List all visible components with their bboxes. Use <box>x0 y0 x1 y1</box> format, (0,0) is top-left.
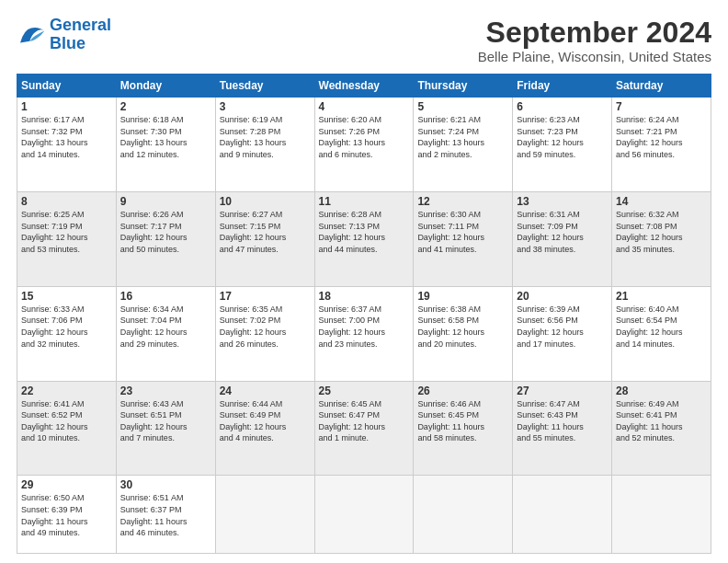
logo-text: General Blue <box>50 17 111 53</box>
table-row: 24Sunrise: 6:44 AM Sunset: 6:49 PM Dayli… <box>215 381 314 476</box>
table-row: 27Sunrise: 6:47 AM Sunset: 6:43 PM Dayli… <box>513 381 612 476</box>
day-info: Sunrise: 6:51 AM Sunset: 6:37 PM Dayligh… <box>120 492 211 538</box>
day-number: 6 <box>517 100 608 113</box>
day-info: Sunrise: 6:27 AM Sunset: 7:15 PM Dayligh… <box>220 209 311 255</box>
day-number: 12 <box>417 195 508 208</box>
table-row: 21Sunrise: 6:40 AM Sunset: 6:54 PM Dayli… <box>612 286 711 381</box>
calendar-week-row: 15Sunrise: 6:33 AM Sunset: 7:06 PM Dayli… <box>17 286 711 381</box>
table-row: 16Sunrise: 6:34 AM Sunset: 7:04 PM Dayli… <box>116 286 215 381</box>
table-row: 17Sunrise: 6:35 AM Sunset: 7:02 PM Dayli… <box>215 286 314 381</box>
day-number: 3 <box>220 100 311 113</box>
table-row: 8Sunrise: 6:25 AM Sunset: 7:19 PM Daylig… <box>17 192 117 287</box>
table-row <box>612 476 711 554</box>
day-info: Sunrise: 6:41 AM Sunset: 6:52 PM Dayligh… <box>21 398 112 444</box>
day-info: Sunrise: 6:35 AM Sunset: 7:02 PM Dayligh… <box>220 304 311 350</box>
day-number: 15 <box>21 290 112 303</box>
table-row: 3Sunrise: 6:19 AM Sunset: 7:28 PM Daylig… <box>215 98 314 192</box>
day-info: Sunrise: 6:23 AM Sunset: 7:23 PM Dayligh… <box>517 114 608 160</box>
col-sunday: Sunday <box>17 75 117 98</box>
col-monday: Monday <box>116 75 215 98</box>
day-number: 4 <box>319 100 410 113</box>
table-row: 22Sunrise: 6:41 AM Sunset: 6:52 PM Dayli… <box>17 381 117 476</box>
table-row: 6Sunrise: 6:23 AM Sunset: 7:23 PM Daylig… <box>513 98 612 192</box>
table-row: 12Sunrise: 6:30 AM Sunset: 7:11 PM Dayli… <box>414 192 513 287</box>
day-number: 28 <box>616 385 707 397</box>
day-info: Sunrise: 6:26 AM Sunset: 7:17 PM Dayligh… <box>120 209 211 255</box>
day-number: 13 <box>517 195 608 208</box>
table-row: 28Sunrise: 6:49 AM Sunset: 6:41 PM Dayli… <box>612 381 711 476</box>
table-row: 20Sunrise: 6:39 AM Sunset: 6:56 PM Dayli… <box>513 286 612 381</box>
day-info: Sunrise: 6:43 AM Sunset: 6:51 PM Dayligh… <box>120 398 211 444</box>
table-row: 2Sunrise: 6:18 AM Sunset: 7:30 PM Daylig… <box>116 98 215 192</box>
day-info: Sunrise: 6:25 AM Sunset: 7:19 PM Dayligh… <box>21 209 112 255</box>
logo-line2: Blue <box>50 34 85 52</box>
table-row: 25Sunrise: 6:45 AM Sunset: 6:47 PM Dayli… <box>314 381 414 476</box>
table-row: 11Sunrise: 6:28 AM Sunset: 7:13 PM Dayli… <box>314 192 414 287</box>
day-number: 10 <box>220 195 311 208</box>
day-number: 2 <box>120 100 211 113</box>
header: General Blue September 2024 Belle Plaine… <box>17 17 711 64</box>
table-row: 14Sunrise: 6:32 AM Sunset: 7:08 PM Dayli… <box>612 192 711 287</box>
day-info: Sunrise: 6:46 AM Sunset: 6:45 PM Dayligh… <box>417 398 508 444</box>
table-row: 1Sunrise: 6:17 AM Sunset: 7:32 PM Daylig… <box>17 98 117 192</box>
day-number: 22 <box>21 385 112 397</box>
table-row: 13Sunrise: 6:31 AM Sunset: 7:09 PM Dayli… <box>513 192 612 287</box>
day-info: Sunrise: 6:47 AM Sunset: 6:43 PM Dayligh… <box>517 398 608 444</box>
calendar-week-row: 1Sunrise: 6:17 AM Sunset: 7:32 PM Daylig… <box>17 98 711 192</box>
logo: General Blue <box>17 17 111 53</box>
day-number: 1 <box>21 100 112 113</box>
day-number: 11 <box>319 195 410 208</box>
day-info: Sunrise: 6:40 AM Sunset: 6:54 PM Dayligh… <box>616 304 707 350</box>
day-number: 21 <box>616 290 707 303</box>
day-info: Sunrise: 6:49 AM Sunset: 6:41 PM Dayligh… <box>616 398 707 444</box>
table-row: 10Sunrise: 6:27 AM Sunset: 7:15 PM Dayli… <box>215 192 314 287</box>
day-number: 5 <box>417 100 508 113</box>
day-number: 9 <box>120 195 211 208</box>
calendar-subtitle: Belle Plaine, Wisconsin, United States <box>478 49 711 64</box>
day-info: Sunrise: 6:17 AM Sunset: 7:32 PM Dayligh… <box>21 114 112 160</box>
table-row <box>414 476 513 554</box>
table-row <box>215 476 314 554</box>
table-row: 29Sunrise: 6:50 AM Sunset: 6:39 PM Dayli… <box>17 476 117 554</box>
day-number: 29 <box>21 478 112 491</box>
day-info: Sunrise: 6:21 AM Sunset: 7:24 PM Dayligh… <box>417 114 508 160</box>
day-info: Sunrise: 6:32 AM Sunset: 7:08 PM Dayligh… <box>616 209 707 255</box>
day-number: 14 <box>616 195 707 208</box>
day-number: 17 <box>220 290 311 303</box>
table-row: 4Sunrise: 6:20 AM Sunset: 7:26 PM Daylig… <box>314 98 414 192</box>
calendar-week-row: 8Sunrise: 6:25 AM Sunset: 7:19 PM Daylig… <box>17 192 711 287</box>
table-row: 7Sunrise: 6:24 AM Sunset: 7:21 PM Daylig… <box>612 98 711 192</box>
table-row: 9Sunrise: 6:26 AM Sunset: 7:17 PM Daylig… <box>116 192 215 287</box>
calendar-week-row: 22Sunrise: 6:41 AM Sunset: 6:52 PM Dayli… <box>17 381 711 476</box>
day-number: 20 <box>517 290 608 303</box>
col-saturday: Saturday <box>612 75 711 98</box>
table-row <box>314 476 414 554</box>
calendar-table: Sunday Monday Tuesday Wednesday Thursday… <box>17 74 711 554</box>
day-info: Sunrise: 6:18 AM Sunset: 7:30 PM Dayligh… <box>120 114 211 160</box>
day-number: 19 <box>417 290 508 303</box>
calendar-title: September 2024 <box>478 17 711 49</box>
table-row <box>513 476 612 554</box>
day-number: 18 <box>319 290 410 303</box>
col-tuesday: Tuesday <box>215 75 314 98</box>
page: General Blue September 2024 Belle Plaine… <box>0 0 728 563</box>
day-info: Sunrise: 6:50 AM Sunset: 6:39 PM Dayligh… <box>21 492 112 538</box>
logo-line1: General <box>50 16 111 34</box>
day-number: 16 <box>120 290 211 303</box>
table-row: 18Sunrise: 6:37 AM Sunset: 7:00 PM Dayli… <box>314 286 414 381</box>
title-block: September 2024 Belle Plaine, Wisconsin, … <box>478 17 711 64</box>
day-info: Sunrise: 6:34 AM Sunset: 7:04 PM Dayligh… <box>120 304 211 350</box>
day-info: Sunrise: 6:44 AM Sunset: 6:49 PM Dayligh… <box>220 398 311 444</box>
day-info: Sunrise: 6:45 AM Sunset: 6:47 PM Dayligh… <box>319 398 410 444</box>
header-row: Sunday Monday Tuesday Wednesday Thursday… <box>17 75 711 98</box>
day-number: 23 <box>120 385 211 397</box>
day-info: Sunrise: 6:37 AM Sunset: 7:00 PM Dayligh… <box>319 304 410 350</box>
day-number: 26 <box>417 385 508 397</box>
calendar-week-row: 29Sunrise: 6:50 AM Sunset: 6:39 PM Dayli… <box>17 476 711 554</box>
day-number: 24 <box>220 385 311 397</box>
table-row: 15Sunrise: 6:33 AM Sunset: 7:06 PM Dayli… <box>17 286 117 381</box>
table-row: 5Sunrise: 6:21 AM Sunset: 7:24 PM Daylig… <box>414 98 513 192</box>
day-number: 25 <box>319 385 410 397</box>
table-row: 26Sunrise: 6:46 AM Sunset: 6:45 PM Dayli… <box>414 381 513 476</box>
day-number: 27 <box>517 385 608 397</box>
